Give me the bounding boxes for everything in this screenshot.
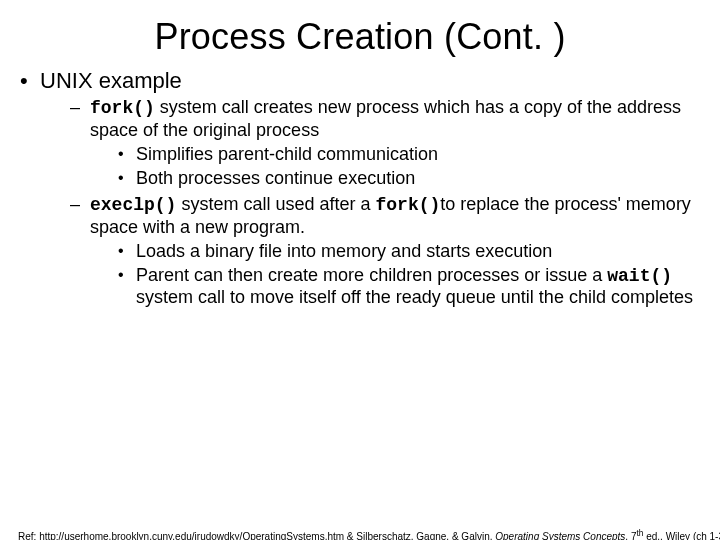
slide-content: UNIX example fork() system call creates … bbox=[0, 68, 720, 309]
code-fork: fork() bbox=[90, 98, 155, 118]
ref-rest-a: & Silberschatz, Gagne, & Galvin, bbox=[344, 531, 495, 540]
exec-text-1: system call used after a bbox=[176, 194, 375, 214]
code-fork-2: fork() bbox=[376, 195, 441, 215]
fork-text: system call creates new process which ha… bbox=[90, 97, 681, 140]
bullet-list-l1: UNIX example fork() system call creates … bbox=[18, 68, 702, 309]
bullet-list-l3-exec: Loads a binary file into memory and star… bbox=[118, 241, 702, 310]
ref-url: http://userhome.brooklyn.cuny.edu/irudow… bbox=[39, 531, 344, 540]
exec-sub2-b: system call to move itself off the ready… bbox=[136, 287, 693, 307]
code-execlp: execlp() bbox=[90, 195, 176, 215]
slide: Process Creation (Cont. ) UNIX example f… bbox=[0, 16, 720, 540]
ref-rest-b: , 7 bbox=[625, 531, 636, 540]
slide-title: Process Creation (Cont. ) bbox=[0, 16, 720, 58]
ref-book: Operating Systems Concepts bbox=[495, 531, 625, 540]
footer-ref: Ref: http://userhome.brooklyn.cuny.edu/i… bbox=[18, 528, 702, 540]
bullet-list-l3-fork: Simplifies parent-child communication Bo… bbox=[118, 144, 702, 190]
ref-label: Ref: bbox=[18, 531, 39, 540]
l2-item-fork: fork() system call creates new process w… bbox=[70, 97, 702, 190]
l3-exec-sub2: Parent can then create more children pro… bbox=[118, 265, 702, 310]
l1-item-unix: UNIX example fork() system call creates … bbox=[18, 68, 702, 309]
l3-exec-sub1: Loads a binary file into memory and star… bbox=[118, 241, 702, 263]
l3-fork-sub1: Simplifies parent-child communication bbox=[118, 144, 702, 166]
l2-item-exec: execlp() system call used after a fork()… bbox=[70, 194, 702, 310]
code-wait: wait() bbox=[607, 266, 672, 286]
exec-sub2-a: Parent can then create more children pro… bbox=[136, 265, 607, 285]
l1-text: UNIX example bbox=[40, 68, 182, 93]
ref-rest-c: ed., Wiley (ch 1-3) bbox=[643, 531, 720, 540]
bullet-list-l2: fork() system call creates new process w… bbox=[70, 97, 702, 310]
l3-fork-sub2: Both processes continue execution bbox=[118, 168, 702, 190]
